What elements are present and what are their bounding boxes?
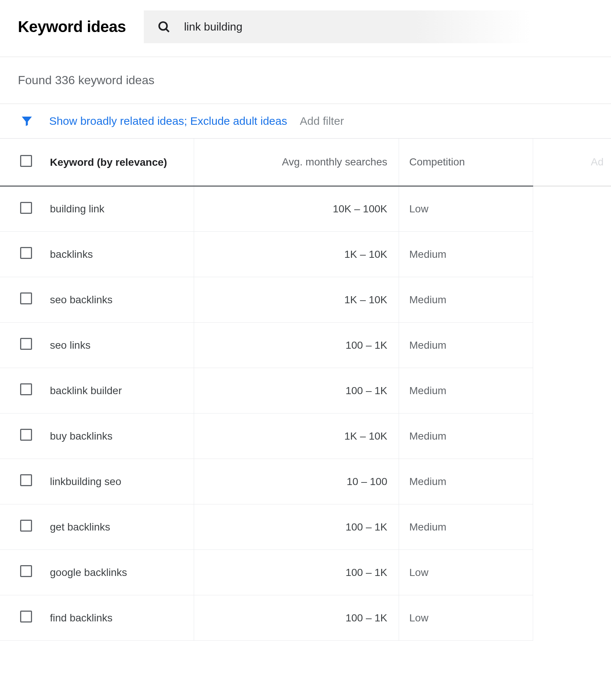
ad-cell [533, 414, 611, 459]
competition-cell: Medium [399, 277, 533, 323]
searches-cell: 1K – 10K [194, 414, 399, 459]
competition-cell: Medium [399, 459, 533, 504]
keyword-cell[interactable]: linkbuilding seo [41, 459, 194, 504]
ad-cell [533, 459, 611, 504]
row-checkbox[interactable] [20, 338, 32, 350]
competition-cell: Low [399, 186, 533, 232]
keyword-cell[interactable]: backlink builder [41, 368, 194, 414]
competition-cell: Medium [399, 504, 533, 550]
row-checkbox[interactable] [20, 520, 32, 532]
add-filter-button[interactable]: Add filter [300, 115, 344, 127]
row-checkbox[interactable] [20, 474, 32, 486]
row-checkbox-cell [0, 459, 41, 504]
keyword-table: Keyword (by relevance) Avg. monthly sear… [0, 138, 611, 641]
searches-cell: 100 – 1K [194, 595, 399, 641]
keyword-cell[interactable]: google backlinks [41, 550, 194, 595]
table-row: get backlinks100 – 1KMedium [0, 504, 611, 550]
ad-cell [533, 277, 611, 323]
ad-cell [533, 232, 611, 277]
row-checkbox[interactable] [20, 247, 32, 259]
keyword-cell[interactable]: get backlinks [41, 504, 194, 550]
header: Keyword ideas [0, 0, 611, 57]
results-count: Found 336 keyword ideas [0, 57, 611, 104]
table-row: google backlinks100 – 1KLow [0, 550, 611, 595]
col-searches-header[interactable]: Avg. monthly searches [194, 139, 399, 186]
ad-cell [533, 504, 611, 550]
row-checkbox[interactable] [20, 611, 32, 623]
competition-cell: Low [399, 550, 533, 595]
keyword-cell[interactable]: backlinks [41, 232, 194, 277]
row-checkbox[interactable] [20, 565, 32, 577]
table-row: seo backlinks1K – 10KMedium [0, 277, 611, 323]
row-checkbox-cell [0, 323, 41, 368]
row-checkbox[interactable] [20, 429, 32, 441]
ad-cell [533, 368, 611, 414]
ad-cell [533, 323, 611, 368]
row-checkbox-cell [0, 232, 41, 277]
table-row: building link10K – 100KLow [0, 186, 611, 232]
searches-cell: 10 – 100 [194, 459, 399, 504]
table-row: backlinks1K – 10KMedium [0, 232, 611, 277]
searches-cell: 100 – 1K [194, 550, 399, 595]
svg-point-0 [159, 22, 167, 30]
search-box[interactable] [144, 10, 531, 43]
row-checkbox-cell [0, 414, 41, 459]
ad-cell [533, 550, 611, 595]
competition-cell: Medium [399, 368, 533, 414]
page-title: Keyword ideas [18, 18, 126, 36]
keyword-cell[interactable]: seo backlinks [41, 277, 194, 323]
keyword-cell[interactable]: buy backlinks [41, 414, 194, 459]
searches-cell: 10K – 100K [194, 186, 399, 232]
select-all-checkbox[interactable] [20, 155, 32, 167]
searches-cell: 1K – 10K [194, 277, 399, 323]
row-checkbox-cell [0, 368, 41, 414]
table-header-row: Keyword (by relevance) Avg. monthly sear… [0, 139, 611, 186]
table-row: buy backlinks1K – 10KMedium [0, 414, 611, 459]
searches-cell: 100 – 1K [194, 504, 399, 550]
competition-cell: Medium [399, 232, 533, 277]
table-row: seo links100 – 1KMedium [0, 323, 611, 368]
keyword-cell[interactable]: building link [41, 186, 194, 232]
search-input[interactable] [184, 20, 518, 33]
searches-cell: 100 – 1K [194, 323, 399, 368]
row-checkbox[interactable] [20, 292, 32, 304]
filter-icon[interactable] [20, 114, 34, 128]
select-all-cell [0, 139, 41, 186]
ad-cell [533, 595, 611, 641]
table-row: find backlinks100 – 1KLow [0, 595, 611, 641]
keyword-cell[interactable]: find backlinks [41, 595, 194, 641]
row-checkbox[interactable] [20, 383, 32, 395]
competition-cell: Low [399, 595, 533, 641]
row-checkbox-cell [0, 277, 41, 323]
row-checkbox-cell [0, 550, 41, 595]
active-filters-link[interactable]: Show broadly related ideas; Exclude adul… [49, 115, 287, 127]
col-competition-header[interactable]: Competition [399, 139, 533, 186]
search-icon [157, 20, 171, 34]
col-keyword-header[interactable]: Keyword (by relevance) [41, 139, 194, 186]
competition-cell: Medium [399, 414, 533, 459]
competition-cell: Medium [399, 323, 533, 368]
row-checkbox-cell [0, 186, 41, 232]
searches-cell: 1K – 10K [194, 232, 399, 277]
keyword-cell[interactable]: seo links [41, 323, 194, 368]
searches-cell: 100 – 1K [194, 368, 399, 414]
svg-line-1 [166, 29, 169, 32]
filter-bar: Show broadly related ideas; Exclude adul… [0, 104, 611, 138]
row-checkbox[interactable] [20, 202, 32, 214]
table-row: linkbuilding seo10 – 100Medium [0, 459, 611, 504]
row-checkbox-cell [0, 595, 41, 641]
ad-cell [533, 186, 611, 232]
col-ad-header[interactable]: Ad [533, 139, 611, 186]
row-checkbox-cell [0, 504, 41, 550]
table-row: backlink builder100 – 1KMedium [0, 368, 611, 414]
